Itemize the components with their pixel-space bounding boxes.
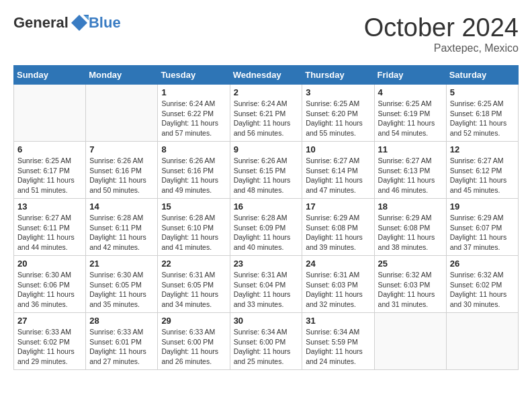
header-day-monday: Monday [86,66,158,85]
calendar-cell: 31Sunrise: 6:34 AMSunset: 5:59 PMDayligh… [302,313,374,370]
cell-info: Sunrise: 6:25 AMSunset: 6:17 PMDaylight:… [17,156,82,195]
logo-blue-text: Blue [89,14,121,32]
calendar-cell: 24Sunrise: 6:31 AMSunset: 6:03 PMDayligh… [302,256,374,313]
cell-date-number: 23 [234,259,299,269]
header-day-saturday: Saturday [446,66,518,85]
calendar-cell: 18Sunrise: 6:29 AMSunset: 6:08 PMDayligh… [374,199,446,256]
cell-date-number: 28 [89,316,154,326]
calendar-cell: 27Sunrise: 6:33 AMSunset: 6:02 PMDayligh… [14,313,86,370]
calendar-cell [446,313,518,370]
calendar-cell [374,313,446,370]
calendar-cell: 28Sunrise: 6:33 AMSunset: 6:01 PMDayligh… [86,313,158,370]
cell-info: Sunrise: 6:31 AMSunset: 6:04 PMDaylight:… [234,270,299,310]
cell-date-number: 6 [17,144,82,154]
cell-date-number: 7 [89,144,154,154]
calendar-cell: 23Sunrise: 6:31 AMSunset: 6:04 PMDayligh… [230,256,302,313]
cell-date-number: 30 [234,316,299,326]
header-row: SundayMondayTuesdayWednesdayThursdayFrid… [14,66,519,85]
cell-info: Sunrise: 6:28 AMSunset: 6:11 PMDaylight:… [89,213,154,253]
calendar-cell: 15Sunrise: 6:28 AMSunset: 6:10 PMDayligh… [158,199,230,256]
cell-date-number: 26 [450,259,515,269]
calendar-cell: 25Sunrise: 6:32 AMSunset: 6:03 PMDayligh… [374,256,446,313]
week-row-5: 27Sunrise: 6:33 AMSunset: 6:02 PMDayligh… [14,313,519,370]
cell-info: Sunrise: 6:29 AMSunset: 6:07 PMDaylight:… [450,213,515,253]
calendar-cell: 8Sunrise: 6:26 AMSunset: 6:16 PMDaylight… [158,142,230,199]
cell-info: Sunrise: 6:27 AMSunset: 6:11 PMDaylight:… [17,213,82,253]
title-block: October 2024 Paxtepec, Mexico [364,13,519,54]
header-day-wednesday: Wednesday [230,66,302,85]
calendar-cell: 10Sunrise: 6:27 AMSunset: 6:14 PMDayligh… [302,142,374,199]
calendar-cell: 4Sunrise: 6:25 AMSunset: 6:19 PMDaylight… [374,85,446,142]
cell-date-number: 25 [378,259,443,269]
calendar-cell: 30Sunrise: 6:34 AMSunset: 6:00 PMDayligh… [230,313,302,370]
cell-info: Sunrise: 6:28 AMSunset: 6:09 PMDaylight:… [234,213,299,253]
cell-date-number: 11 [378,144,443,154]
calendar-header: SundayMondayTuesdayWednesdayThursdayFrid… [14,66,519,85]
cell-info: Sunrise: 6:31 AMSunset: 6:05 PMDaylight:… [161,270,226,310]
cell-date-number: 10 [306,144,370,154]
logo-general-text: General [13,14,69,32]
header-day-thursday: Thursday [302,66,374,85]
cell-date-number: 16 [234,201,299,212]
calendar-cell: 16Sunrise: 6:28 AMSunset: 6:09 PMDayligh… [230,199,302,256]
week-row-4: 20Sunrise: 6:30 AMSunset: 6:06 PMDayligh… [14,256,519,313]
cell-date-number: 5 [450,87,515,97]
cell-info: Sunrise: 6:34 AMSunset: 5:59 PMDaylight:… [306,327,370,367]
cell-date-number: 15 [161,201,226,212]
cell-info: Sunrise: 6:34 AMSunset: 6:00 PMDaylight:… [234,327,299,367]
cell-date-number: 31 [306,316,370,326]
calendar-cell: 19Sunrise: 6:29 AMSunset: 6:07 PMDayligh… [446,199,518,256]
cell-info: Sunrise: 6:33 AMSunset: 6:00 PMDaylight:… [161,327,226,367]
cell-date-number: 3 [306,87,370,97]
calendar-cell: 3Sunrise: 6:25 AMSunset: 6:20 PMDaylight… [302,85,374,142]
cell-date-number: 18 [378,201,443,212]
cell-info: Sunrise: 6:26 AMSunset: 6:16 PMDaylight:… [89,156,154,195]
calendar-cell: 2Sunrise: 6:24 AMSunset: 6:21 PMDaylight… [230,85,302,142]
header-day-sunday: Sunday [14,66,86,85]
cell-info: Sunrise: 6:27 AMSunset: 6:14 PMDaylight:… [306,156,370,195]
cell-info: Sunrise: 6:26 AMSunset: 6:15 PMDaylight:… [234,156,299,195]
cell-date-number: 17 [306,201,370,212]
page-header: General Blue October 2024 Paxtepec, Mexi… [13,13,519,54]
cell-info: Sunrise: 6:29 AMSunset: 6:08 PMDaylight:… [378,213,443,253]
logo: General Blue [13,13,121,32]
cell-date-number: 8 [161,144,226,154]
calendar-cell: 9Sunrise: 6:26 AMSunset: 6:15 PMDaylight… [230,142,302,199]
calendar-cell: 6Sunrise: 6:25 AMSunset: 6:17 PMDaylight… [14,142,86,199]
calendar-cell: 13Sunrise: 6:27 AMSunset: 6:11 PMDayligh… [14,199,86,256]
calendar-table: SundayMondayTuesdayWednesdayThursdayFrid… [13,65,519,370]
cell-date-number: 19 [450,201,515,212]
week-row-3: 13Sunrise: 6:27 AMSunset: 6:11 PMDayligh… [14,199,519,256]
cell-date-number: 24 [306,259,370,269]
cell-info: Sunrise: 6:33 AMSunset: 6:02 PMDaylight:… [17,327,82,367]
calendar-cell: 5Sunrise: 6:25 AMSunset: 6:18 PMDaylight… [446,85,518,142]
calendar-cell: 26Sunrise: 6:32 AMSunset: 6:02 PMDayligh… [446,256,518,313]
cell-info: Sunrise: 6:33 AMSunset: 6:01 PMDaylight:… [89,327,154,367]
cell-date-number: 13 [17,201,82,212]
header-day-friday: Friday [374,66,446,85]
calendar-cell: 22Sunrise: 6:31 AMSunset: 6:05 PMDayligh… [158,256,230,313]
cell-date-number: 22 [161,259,226,269]
cell-date-number: 14 [89,201,154,212]
calendar-cell: 29Sunrise: 6:33 AMSunset: 6:00 PMDayligh… [158,313,230,370]
cell-date-number: 20 [17,259,82,269]
cell-info: Sunrise: 6:31 AMSunset: 6:03 PMDaylight:… [306,270,370,310]
cell-info: Sunrise: 6:25 AMSunset: 6:18 PMDaylight:… [450,99,515,138]
cell-info: Sunrise: 6:26 AMSunset: 6:16 PMDaylight:… [161,156,226,195]
cell-info: Sunrise: 6:24 AMSunset: 6:22 PMDaylight:… [161,99,226,138]
calendar-cell [86,85,158,142]
cell-date-number: 21 [89,259,154,269]
cell-info: Sunrise: 6:28 AMSunset: 6:10 PMDaylight:… [161,213,226,253]
cell-date-number: 12 [450,144,515,154]
calendar-body: 1Sunrise: 6:24 AMSunset: 6:22 PMDaylight… [14,85,519,370]
cell-info: Sunrise: 6:25 AMSunset: 6:20 PMDaylight:… [306,99,370,138]
cell-info: Sunrise: 6:27 AMSunset: 6:13 PMDaylight:… [378,156,443,195]
location-subtitle: Paxtepec, Mexico [364,42,519,54]
week-row-2: 6Sunrise: 6:25 AMSunset: 6:17 PMDaylight… [14,142,519,199]
calendar-cell: 14Sunrise: 6:28 AMSunset: 6:11 PMDayligh… [86,199,158,256]
month-title: October 2024 [364,13,519,42]
cell-info: Sunrise: 6:32 AMSunset: 6:03 PMDaylight:… [378,270,443,310]
calendar-cell: 1Sunrise: 6:24 AMSunset: 6:22 PMDaylight… [158,85,230,142]
cell-info: Sunrise: 6:32 AMSunset: 6:02 PMDaylight:… [450,270,515,310]
cell-date-number: 2 [234,87,299,97]
